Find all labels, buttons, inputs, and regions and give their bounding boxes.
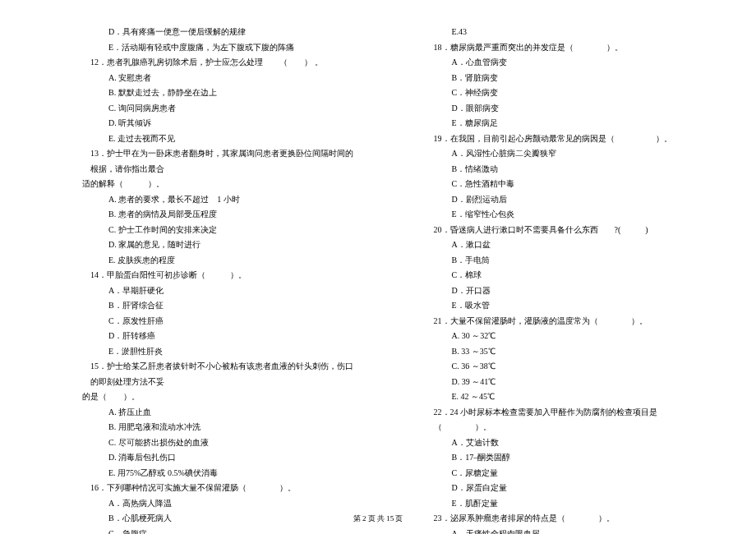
option-text: D．剧烈运动后	[426, 192, 699, 208]
option-text: A. 30 ～32℃	[426, 329, 699, 344]
option-text: B．手电筒	[426, 253, 699, 269]
option-text: E．肌酐定量	[426, 496, 699, 512]
left-column: D．具有疼痛一便意一便后缓解的规律E．活动期有轻或中度腹痛，为左下腹或下腹的阵痛…	[82, 25, 356, 534]
question-text: 19．在我国，目前引起心房颤动最常见的病因是（ ）。	[426, 131, 699, 147]
option-text: D．具有疼痛一便意一便后缓解的规律	[82, 25, 356, 40]
question-text: 13．护士甲在为一卧床患者翻身时，其家属询问患者更换卧位间隔时间的根据，请你指出…	[82, 146, 356, 177]
option-text: D．开口器	[426, 283, 699, 299]
option-text: A. 安慰患者	[82, 71, 356, 86]
option-text: A．心血管病变	[426, 55, 699, 71]
option-text: E．活动期有轻或中度腹痛，为左下腹或下腹的阵痛	[82, 40, 356, 56]
question-text: 22．24 小时尿标本检查需要加入甲醛作为防腐剂的检查项目是（ ）。	[426, 405, 699, 435]
question-text: 15．护士给某乙肝患者拔针时不小心被粘有该患者血液的针头刺伤，伤口的即刻处理方法…	[82, 359, 356, 389]
option-text: C．神经病变	[426, 85, 699, 101]
option-text: B. 患者的病情及局部受压程度	[82, 207, 356, 223]
option-text: C．棉球	[426, 268, 699, 283]
option-text: E. 走过去视而不见	[82, 131, 356, 147]
two-column-layout: D．具有疼痛一便意一便后缓解的规律E．活动期有轻或中度腹痛，为左下腹或下腹的阵痛…	[82, 25, 698, 534]
question-text: 21．大量不保留灌肠时，灌肠液的温度常为（ ）。	[426, 314, 699, 329]
question-text: 20．昏迷病人进行漱口时不需要具备什么东西 ?( )	[426, 223, 699, 238]
option-text: D. 听其倾诉	[82, 116, 356, 131]
option-text: B．17–酮类固醇	[426, 450, 699, 466]
option-text: A. 患者的要求，最长不超过 1 小时	[82, 192, 356, 208]
question-text: 18．糖尿病最严重而突出的并发症是（ ）。	[426, 40, 699, 56]
option-text: B．肾脏病变	[426, 71, 699, 86]
option-text: A．早期肝硬化	[82, 283, 356, 299]
question-text: 14．甲胎蛋白阳性可初步诊断（ ）。	[82, 268, 356, 283]
question-text: 16．下列哪种情况可实施大量不保留灌肠（ ）。	[82, 481, 356, 496]
option-text: C．原发性肝癌	[82, 314, 356, 329]
option-text: C. 36 ～38℃	[426, 359, 699, 375]
question-text: 适的解释（ ）。	[82, 177, 356, 192]
option-text: C. 尽可能挤出损伤处的血液	[82, 435, 356, 451]
option-text: E．缩窄性心包炎	[426, 207, 699, 223]
option-text: B. 默默走过去，静静坐在边上	[82, 85, 356, 101]
option-text: A．艾迪计数	[426, 435, 699, 451]
option-text: E. 皮肤疾患的程度	[82, 253, 356, 269]
question-text: 12．患者乳腺癌乳房切除术后，护士应怎么处理 （ ） 。	[82, 55, 356, 71]
option-text: B. 用肥皂液和流动水冲洗	[82, 420, 356, 435]
option-text: D．眼部病变	[426, 101, 699, 117]
option-text: A．漱口盆	[426, 237, 699, 253]
option-text: B．情绪激动	[426, 162, 699, 177]
option-text: C．尿糖定量	[426, 466, 699, 481]
page-footer: 第 2 页 共 15 页	[0, 513, 756, 524]
option-text: A．高热病人降温	[82, 496, 356, 512]
option-text: B. 33 ～35℃	[426, 344, 699, 360]
option-text: E．吸水管	[426, 298, 699, 314]
option-text: B．肝肾综合征	[82, 298, 356, 314]
question-text: 的是（ ）。	[82, 389, 356, 405]
option-text: C. 询问同病房患者	[82, 101, 356, 117]
right-column: E.4318．糖尿病最严重而突出的并发症是（ ）。A．心血管病变B．肾脏病变C．…	[426, 25, 699, 534]
option-text: D. 家属的意见，随时进行	[82, 237, 356, 253]
option-text: C．急性酒精中毒	[426, 177, 699, 192]
option-text: A. 挤压止血	[82, 405, 356, 421]
option-text: E.43	[426, 25, 699, 40]
option-text: E. 用75%乙醇或 0.5%碘伏消毒	[82, 466, 356, 481]
option-text: D．尿蛋白定量	[426, 481, 699, 496]
option-text: C. 护士工作时间的安排来决定	[82, 223, 356, 238]
option-text: D. 消毒后包扎伤口	[82, 450, 356, 466]
option-text: E．淤胆性肝炎	[82, 344, 356, 360]
option-text: D．肝转移癌	[82, 329, 356, 344]
option-text: A．无痛性全程肉眼血尿	[426, 527, 699, 535]
option-text: E．糖尿病足	[426, 116, 699, 131]
option-text: E. 42 ～45℃	[426, 389, 699, 405]
option-text: D. 39 ～41℃	[426, 375, 699, 390]
option-text: C．急腹症	[82, 527, 356, 535]
option-text: A．风湿性心脏病二尖瓣狭窄	[426, 146, 699, 162]
